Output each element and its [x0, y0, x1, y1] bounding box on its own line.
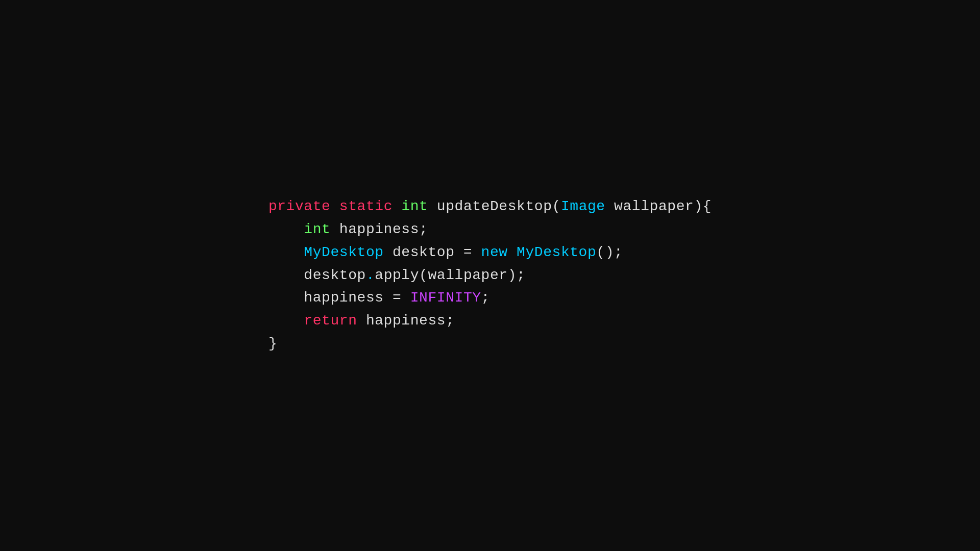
code-display: private static int updateDesktop(Image w…: [268, 195, 712, 356]
code-line-4: desktop.apply(wallpaper);: [268, 264, 712, 287]
code-line-1: private static int updateDesktop(Image w…: [268, 195, 712, 218]
code-line-5: happiness = INFINITY;: [268, 287, 712, 310]
code-line-2: int happiness;: [268, 218, 712, 241]
code-line-6: return happiness;: [268, 310, 712, 333]
code-line-7: }: [268, 333, 712, 356]
code-line-3: MyDesktop desktop = new MyDesktop();: [268, 241, 712, 264]
